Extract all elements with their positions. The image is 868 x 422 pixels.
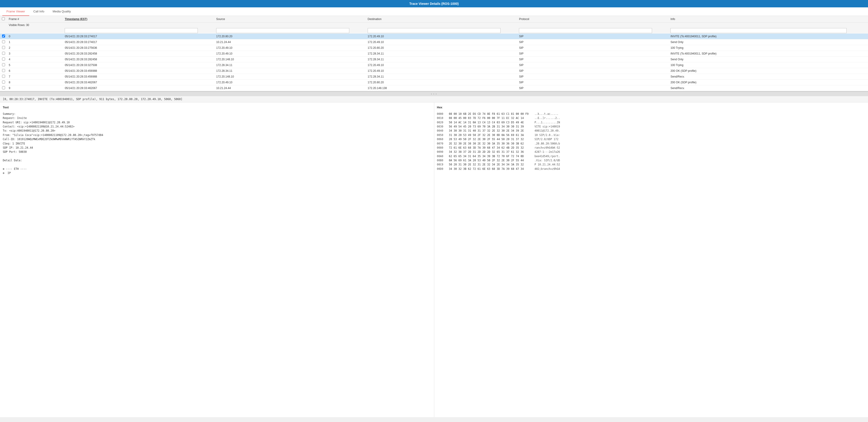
bottom-section: Text Summary: Request: Invite Request UR… — [0, 102, 868, 417]
hex-bytes: 34 30 32 3B 62 72 61 6E 63 68 3D 7A 39 6… — [449, 167, 532, 171]
hex-row: 004034 30 30 31 31 40 31 37 32 2E 32 30 … — [437, 129, 865, 133]
table-row[interactable]: 405/14/21 20:28:33:282458172.20.148.1017… — [0, 57, 868, 62]
row-checkbox-3[interactable] — [2, 52, 5, 55]
table-row[interactable]: 605/14/21 20:28:33:456988172.28.34.11172… — [0, 68, 868, 74]
row-checkbox-8[interactable] — [2, 80, 5, 84]
cell-frame: 4 — [7, 57, 63, 62]
source-filter[interactable] — [216, 28, 349, 33]
text-panel-title: Text — [3, 105, 431, 110]
row-checkbox-4[interactable] — [2, 58, 5, 61]
destination-filter[interactable] — [368, 28, 501, 33]
tabs-container: Frame Viewer Call Info Media Quality — [0, 7, 868, 16]
hex-bytes: 08 00 45 00 03 7D 72 F6 00 00 7F 11 EC 3… — [449, 116, 532, 120]
table-row[interactable]: 705/14/21 20:28:33:456988172.20.148.1017… — [0, 74, 868, 79]
col-header-frame: Frame # — [7, 16, 63, 23]
hex-row: 001008 00 45 00 03 7D 72 F6 00 00 7F 11 … — [437, 116, 865, 120]
hex-ascii: 10 SIP/2.0..Via: — [535, 133, 560, 137]
hex-row: 00D034 30 32 3B 62 72 61 6E 63 68 3D 7A … — [437, 167, 865, 171]
hex-bytes: 08 00 10 6B 2E E6 CD 74 8E F8 61 63 C1 8… — [449, 112, 532, 116]
col-header-protocol: Protocol — [517, 16, 669, 23]
cell-protocol: SIP — [517, 57, 669, 62]
hex-row: 000008 00 10 6B 2E E6 CD 74 8E F8 61 63 … — [437, 112, 865, 116]
cell-frame: 3 — [7, 51, 63, 57]
table-section: Frame # Timestamp (EST) Source Destinati… — [0, 16, 868, 92]
hex-ascii: VITE sip:+140019 — [535, 125, 560, 129]
cell-destination: 172.28.34.11 — [366, 51, 517, 57]
cell-timestamp: 05/14/21 20:28:33:462067 — [63, 85, 214, 91]
cell-info: Send/Recv. — [669, 85, 868, 91]
row-checkbox-1[interactable] — [2, 40, 5, 43]
row-checkbox-0[interactable] — [2, 34, 5, 37]
col-header-destination: Destination — [366, 16, 517, 23]
hex-ascii: 4287-1---2e17a26 — [535, 150, 560, 154]
cell-timestamp: 05/14/21 20:28:33:462067 — [63, 79, 214, 85]
table-row[interactable]: 005/14/21 20:28:33:274017172.20.80.20172… — [0, 34, 868, 39]
hex-ascii: P 10.21.24.44:52 — [535, 162, 560, 167]
table-row[interactable]: 305/14/21 20:28:33:282458172.20.49.10172… — [0, 51, 868, 57]
hex-row: 00C050 20 31 30 2E 32 31 2E 32 34 2E 34 … — [437, 162, 865, 167]
cell-frame: 2 — [7, 45, 63, 51]
hex-addr: 0030 — [437, 125, 446, 129]
frame-table: Frame # Timestamp (EST) Source Destinati… — [0, 16, 868, 91]
table-row[interactable]: 805/14/21 20:28:33:462067172.20.49.10172… — [0, 79, 868, 85]
select-all-checkbox[interactable] — [2, 17, 5, 20]
hex-rows-container: 000008 00 10 6B 2E E6 CD 74 8E F8 61 63 … — [437, 112, 865, 171]
cell-info: INVITE (To:4001940011, SDP profile) — [669, 51, 868, 57]
row-checkbox-5[interactable] — [2, 63, 5, 66]
cell-source: 10.21.24.44 — [214, 85, 366, 91]
cell-frame: 8 — [7, 79, 63, 85]
tab-call-info[interactable]: Call Info — [29, 7, 49, 16]
cell-protocol: SIP — [517, 68, 669, 74]
row-checkbox-7[interactable] — [2, 75, 5, 78]
row-checkbox-9[interactable] — [2, 86, 5, 89]
cell-source: 172.20.148.10 — [214, 57, 366, 62]
hex-ascii: SIP/2.0/UDP 172 — [535, 137, 559, 141]
hex-ascii: .20.80.20:5060;b — [535, 141, 560, 145]
hex-addr: 00B0 — [437, 158, 446, 162]
hex-ascii: .Via: SIP/2.0/UD — [535, 158, 560, 162]
hex-bytes: 50 20 31 30 2E 32 31 2E 32 34 2E 34 34 3… — [449, 162, 532, 167]
table-row[interactable]: 505/14/21 20:28:33:327508172.28.34.11172… — [0, 62, 868, 68]
cell-protocol: SIP — [517, 45, 669, 51]
table-row[interactable]: 205/14/21 20:28:33:275636172.20.49.10172… — [0, 45, 868, 51]
cell-source: 172.20.49.10 — [214, 45, 366, 51]
cell-protocol: SIP — [517, 85, 669, 91]
hex-addr: 00C0 — [437, 162, 446, 167]
cell-destination: 172.20.49.10 — [366, 62, 517, 68]
protocol-filter[interactable] — [519, 28, 652, 33]
row-checkbox-6[interactable] — [2, 69, 5, 72]
cell-protocol: SIP — [517, 74, 669, 79]
cell-frame: 9 — [7, 85, 63, 91]
cell-info: 200 OK (SDP profile) — [669, 79, 868, 85]
tab-media-quality[interactable]: Media Quality — [48, 7, 75, 16]
col-header-timestamp[interactable]: Timestamp (EST) — [63, 16, 214, 23]
table-row[interactable]: 905/14/21 20:28:33:46206710.21.24.44172.… — [0, 85, 868, 91]
hex-bytes: 34 30 30 31 31 40 31 37 32 2E 32 30 2E 3… — [449, 129, 532, 133]
info-filter[interactable] — [671, 28, 846, 33]
hex-addr: 0070 — [437, 141, 446, 145]
hex-bytes: 56 49 54 45 20 73 69 70 3A 2B 31 34 30 3… — [449, 125, 532, 129]
hex-bytes: 50 14 AC 14 31 0A 13 C4 13 C4 03 69 C3 D… — [449, 120, 532, 125]
cell-info: 100 Trying — [669, 62, 868, 68]
hex-bytes: 62 65 65 34 31 64 35 34 39 3B 72 70 6F 7… — [449, 154, 532, 158]
cell-info: 100 Trying — [669, 45, 868, 51]
timestamp-filter[interactable] — [65, 28, 198, 33]
tab-frame-viewer[interactable]: Frame Viewer — [2, 7, 29, 16]
packet-info-bar: [0, 00:28:33:274017, INVITE (To:40019400… — [0, 96, 868, 102]
hex-addr: 0050 — [437, 133, 446, 137]
row-checkbox-2[interactable] — [2, 46, 5, 49]
hex-row: 008072 61 6E 63 68 3D 7A 39 68 47 34 62 … — [437, 145, 865, 150]
cell-info: Send Only — [669, 39, 868, 45]
table-row[interactable]: 105/14/21 20:28:33:27401710.21.24.44172.… — [0, 39, 868, 45]
cell-source: 172.20.148.10 — [214, 74, 366, 79]
cell-source: 172.20.49.10 — [214, 79, 366, 85]
hex-row: 005031 30 20 53 49 50 2F 32 2E 30 0D 0A … — [437, 133, 865, 137]
hex-row: 00702E 32 30 2E 38 30 2E 32 30 3A 35 30 … — [437, 141, 865, 145]
hex-row: 003056 49 54 45 20 73 69 70 3A 2B 31 34 … — [437, 125, 865, 129]
cell-destination: 172.28.34.11 — [366, 57, 517, 62]
divider-bar[interactable]: • • • — [0, 92, 868, 96]
hex-addr: 0090 — [437, 150, 446, 154]
hex-ascii: bee41d549;rport. — [535, 154, 560, 158]
cell-info: Send/Recv. — [669, 74, 868, 79]
cell-timestamp: 05/14/21 20:28:33:456988 — [63, 68, 214, 74]
